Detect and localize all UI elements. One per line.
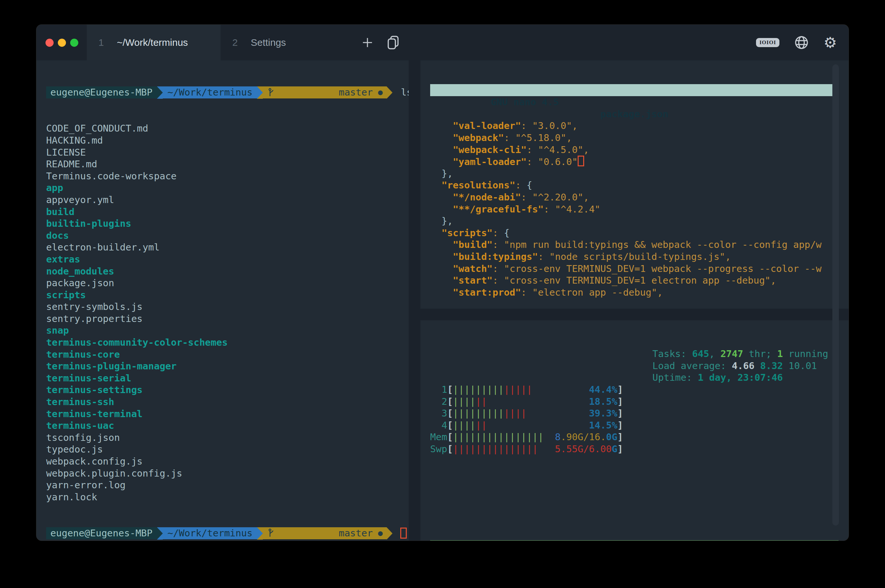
nano-file-name: package.json: [600, 108, 669, 120]
git-branch-icon: [267, 504, 336, 541]
powerline-arrow: [257, 86, 263, 99]
process-table-header: U% MEM% TIME+ Command: [430, 540, 838, 541]
file-item: terminus-uac: [46, 420, 409, 432]
file-item: build: [46, 206, 409, 218]
nano-line: "webpack-cli": "^4.5.0",: [430, 144, 838, 156]
nano-line: },: [430, 168, 838, 180]
file-item: snap: [46, 324, 409, 336]
file-item: package.json: [46, 277, 409, 289]
file-item: node_modules: [46, 266, 409, 278]
tab-number: 1: [99, 37, 104, 48]
settings-gear-icon[interactable]: ⚙: [824, 35, 837, 50]
nano-line: "*/node-abi": "^2.20.0",: [430, 191, 838, 203]
powerline-arrow: [387, 527, 393, 540]
traffic-lights: [36, 25, 87, 60]
file-item: terminus-community-color-schemes: [46, 336, 409, 349]
prompt-git-segment: master●: [263, 527, 387, 539]
pane-divider-vertical[interactable]: [409, 60, 420, 541]
plus-icon: [361, 36, 374, 49]
git-branch-name: master: [339, 527, 373, 539]
git-branch-name: master: [339, 86, 373, 98]
file-item: appveyor.yml: [46, 194, 409, 206]
powerline-arrow: [257, 527, 263, 540]
nano-line: "start": "cross-env TERMINUS_DEV=1 elect…: [430, 274, 838, 286]
nano-line: "build": "npm run build:typings && webpa…: [430, 239, 838, 251]
file-item: docs: [46, 230, 409, 242]
file-item: yarn.lock: [46, 491, 409, 503]
nano-app-title: GNU nano 4.5: [487, 96, 559, 108]
htop-meters: Tasks: 645, 2747 thr; 1 runningLoad aver…: [430, 348, 849, 455]
shell-prompt: eugene@Eugenes-MBP ~/Work/terminus maste…: [46, 527, 409, 539]
typed-command: ls: [401, 86, 409, 98]
tab-number: 2: [232, 37, 238, 48]
git-dirty-dot: ●: [378, 86, 382, 98]
git-dirty-dot: ●: [378, 527, 382, 539]
file-item: sentry-symbols.js: [46, 301, 409, 313]
nano-line: "webpack": "^5.18.0",: [430, 132, 838, 144]
file-item: Terminus.code-workspace: [46, 170, 409, 182]
globe-icon[interactable]: [794, 35, 809, 50]
file-item: extras: [46, 254, 409, 266]
file-item: scripts: [46, 289, 409, 301]
prompt-git-segment: master●: [263, 86, 387, 98]
nano-editor-body: "val-loader": "3.0.0", "webpack": "^5.18…: [430, 120, 838, 298]
terminal-cursor: [400, 528, 407, 538]
tab-title: Settings: [251, 37, 286, 48]
file-item: electron-builder.yml: [46, 242, 409, 254]
shell-prompt: eugene@Eugenes-MBP ~/Work/terminus maste…: [46, 86, 409, 98]
file-item: LICENSE: [46, 147, 409, 159]
ls-output: CODE_OF_CONDUCT.mdHACKING.mdLICENSEREADM…: [46, 123, 409, 503]
terminal-pane-left[interactable]: eugene@Eugenes-MBP ~/Work/terminus maste…: [36, 60, 409, 541]
file-item: README.md: [46, 158, 409, 170]
htop-process-table: U% MEM% TIME+ Command .0 0.2 0:22.66 /Sy…: [430, 516, 838, 541]
zoom-button[interactable]: [70, 39, 78, 47]
htop-summary-line: Tasks: 645, 2747 thr; 1 running: [652, 348, 828, 360]
file-item: CODE_OF_CONDUCT.md: [46, 123, 409, 135]
pane-divider-horizontal[interactable]: [420, 309, 849, 320]
file-item: app: [46, 182, 409, 194]
file-item: terminus-core: [46, 349, 409, 361]
file-item: tsconfig.json: [46, 432, 409, 444]
nano-titlebar: GNU nano 4.5 package.json: [430, 84, 838, 96]
file-item: yarn-error.log: [46, 479, 409, 491]
file-item: sentry.properties: [46, 313, 409, 325]
cpu-meter: 3[|||||||||||||39.3%]: [430, 407, 849, 419]
minimize-button[interactable]: [58, 39, 66, 47]
file-item: terminus-terminal: [46, 408, 409, 420]
tab-title: ~/Work/terminus: [117, 37, 188, 48]
new-tab-button[interactable]: [359, 25, 376, 60]
htop-summary-line: Load average: 4.66 8.32 10.01: [652, 360, 828, 372]
file-item: webpack.plugin.config.js: [46, 468, 409, 480]
tab-work-terminus[interactable]: 1 ~/Work/terminus: [87, 25, 220, 60]
htop-summary: Tasks: 645, 2747 thr; 1 runningLoad aver…: [652, 348, 828, 384]
terminal-pane-nano[interactable]: GNU nano 4.5 package.json "val-loader": …: [420, 60, 849, 309]
htop-summary-line: Uptime: 1 day, 23:07:46: [652, 372, 828, 384]
nano-line: "**/graceful-fs": "^4.2.4": [430, 203, 838, 215]
nano-line: "val-loader": "3.0.0",: [430, 120, 838, 132]
powerline-arrow: [157, 527, 163, 540]
powerline-arrow: [157, 86, 163, 99]
mem-meter: Mem[||||||||||||||||8.90G/16.0G]: [430, 431, 849, 443]
nano-line: "resolutions": {: [430, 179, 838, 191]
cpu-meter: 4[||||||14.5%]: [430, 419, 849, 431]
powerline-arrow: [387, 86, 393, 99]
nano-line: "watch": "cross-env TERMINUS_DEV=1 webpa…: [430, 263, 838, 275]
terminal-pane-htop[interactable]: Tasks: 645, 2747 thr; 1 runningLoad aver…: [420, 320, 849, 541]
git-branch-icon: [267, 64, 336, 122]
tab-settings[interactable]: 2 Settings: [220, 25, 354, 60]
prompt-user-segment: eugene@Eugenes-MBP: [46, 86, 157, 98]
cpu-meter: 1[||||||||||||||44.4%]: [430, 384, 849, 396]
prompt-cwd-segment: ~/Work/terminus: [163, 86, 257, 98]
copy-windows-icon: [386, 35, 400, 50]
nano-cursor: [578, 156, 584, 166]
nano-line: "build:typings": "node scripts/build-typ…: [430, 251, 838, 263]
duplicate-tab-button[interactable]: [385, 25, 402, 60]
prompt-user-segment: eugene@Eugenes-MBP: [46, 527, 157, 539]
file-item: webpack.config.js: [46, 456, 409, 468]
terminus-window: 1 ~/Work/terminus 2 Settings IOIOI: [36, 25, 849, 541]
serial-icon[interactable]: IOIOI: [756, 38, 779, 47]
nano-line: "scripts": {: [430, 227, 838, 239]
scrollbar[interactable]: [832, 64, 839, 526]
close-button[interactable]: [45, 39, 54, 47]
file-item: terminus-ssh: [46, 396, 409, 408]
